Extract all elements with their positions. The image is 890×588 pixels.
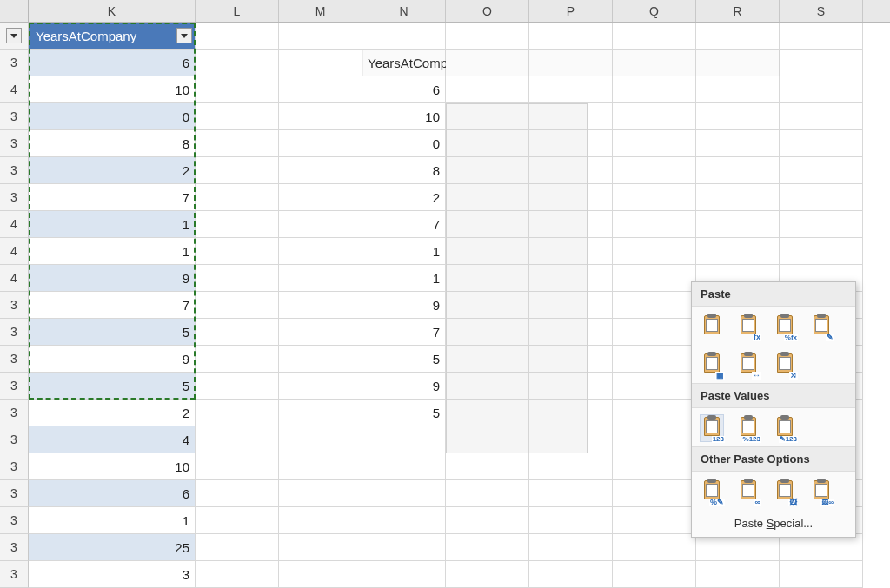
cell-M[interactable]	[279, 453, 362, 480]
cell-L[interactable]	[196, 480, 279, 507]
cell-S[interactable]	[780, 130, 863, 157]
cell-P[interactable]	[529, 400, 613, 426]
cell-M[interactable]	[279, 507, 362, 534]
column-header-O[interactable]: O	[446, 0, 529, 22]
cell-L[interactable]	[196, 346, 279, 373]
cell-L[interactable]	[196, 453, 279, 480]
select-all-corner[interactable]	[0, 0, 29, 22]
cell-R[interactable]	[696, 76, 780, 103]
cell-Q[interactable]	[613, 346, 696, 373]
cell-Q[interactable]	[613, 426, 696, 453]
paste-options-menu[interactable]: Paste fx%fx✎ ▦↔⤭ Paste Values 123%123✎12…	[691, 281, 856, 538]
filter-button-yearsatcompany[interactable]	[176, 28, 192, 43]
column-header-R[interactable]: R	[696, 0, 780, 22]
cell-R[interactable]	[696, 534, 780, 561]
cell-P[interactable]	[529, 319, 613, 346]
paste-values-icon[interactable]: 123	[701, 415, 723, 441]
row-header[interactable]: 3	[0, 184, 29, 211]
cell-N[interactable]: 2	[362, 184, 446, 211]
cell-R[interactable]	[696, 211, 780, 238]
cell-Q[interactable]	[613, 103, 696, 130]
cell-R[interactable]	[696, 23, 780, 50]
cell-M[interactable]	[279, 373, 362, 400]
cell-P[interactable]	[529, 426, 613, 453]
paste-transpose-icon[interactable]: ⤭	[774, 352, 796, 378]
cell-P[interactable]	[529, 480, 613, 507]
cell-R[interactable]	[696, 184, 780, 211]
cell-Q[interactable]	[613, 76, 696, 103]
cell-S[interactable]	[780, 157, 863, 184]
cell-O[interactable]	[446, 426, 529, 453]
cell-O[interactable]	[446, 103, 529, 130]
cell-M[interactable]	[279, 292, 362, 319]
cell-L[interactable]	[196, 426, 279, 453]
paste-picture-icon[interactable]: 🖼	[774, 479, 796, 505]
cell-k[interactable]: 7	[29, 184, 196, 211]
cell-k[interactable]: 9	[29, 346, 196, 373]
cell-N[interactable]: YearsAtCompany	[362, 50, 446, 76]
cell-L[interactable]	[196, 157, 279, 184]
cell-N[interactable]: 6	[362, 76, 446, 103]
cell-Q[interactable]	[613, 480, 696, 507]
cell-M[interactable]	[279, 426, 362, 453]
cell-N[interactable]: 5	[362, 346, 446, 373]
cell-S[interactable]	[780, 561, 863, 588]
cell-L[interactable]	[196, 76, 279, 103]
cell-k[interactable]: 0	[29, 103, 196, 130]
cell-k[interactable]: 2	[29, 157, 196, 184]
row-header[interactable]: 4	[0, 238, 29, 265]
cell-Q[interactable]	[613, 292, 696, 319]
cell-Q[interactable]	[613, 265, 696, 292]
cell-R[interactable]	[696, 157, 780, 184]
cell-k[interactable]: 7	[29, 292, 196, 319]
cell-N[interactable]: 7	[362, 211, 446, 238]
cell-L[interactable]	[196, 211, 279, 238]
cell-S[interactable]	[780, 76, 863, 103]
paste-linked-picture-icon[interactable]: 🖼∞	[810, 479, 833, 505]
cell-O[interactable]	[446, 211, 529, 238]
cell-M[interactable]	[279, 130, 362, 157]
cell-L[interactable]	[196, 130, 279, 157]
cell-N[interactable]	[362, 426, 446, 453]
cell-L[interactable]	[196, 400, 279, 426]
cell-S[interactable]	[780, 50, 863, 76]
cell-L[interactable]	[196, 23, 279, 50]
cell-O[interactable]	[446, 507, 529, 534]
cell-L[interactable]	[196, 373, 279, 400]
cell-k[interactable]: 2	[29, 400, 196, 426]
cell-M[interactable]	[279, 50, 362, 76]
cell-S[interactable]	[780, 534, 863, 561]
filter-button-prev-col[interactable]	[6, 28, 22, 43]
row-header[interactable]: 3	[0, 319, 29, 346]
cell-k[interactable]: 9	[29, 265, 196, 292]
cell-P[interactable]	[529, 507, 613, 534]
cell-P[interactable]	[529, 265, 613, 292]
cell-Q[interactable]	[613, 534, 696, 561]
cell-N[interactable]	[362, 480, 446, 507]
cell-M[interactable]	[279, 184, 362, 211]
cell-N[interactable]: 1	[362, 265, 446, 292]
cell-M[interactable]	[279, 211, 362, 238]
cell-N[interactable]: 10	[362, 103, 446, 130]
row-header[interactable]: 4	[0, 265, 29, 292]
cell-O[interactable]	[446, 400, 529, 426]
cell-Q[interactable]	[613, 238, 696, 265]
cell-Q[interactable]	[613, 23, 696, 50]
cell-O[interactable]	[446, 453, 529, 480]
row-header[interactable]: 3	[0, 480, 29, 507]
cell-L[interactable]	[196, 184, 279, 211]
cell-Q[interactable]	[613, 561, 696, 588]
cell-O[interactable]	[446, 373, 529, 400]
cell-Q[interactable]	[613, 157, 696, 184]
cell-P[interactable]	[529, 292, 613, 319]
cell-k[interactable]: 3	[29, 561, 196, 588]
paste-values-source-icon[interactable]: ✎123	[774, 415, 796, 441]
paste-formatting-icon[interactable]: %✎	[701, 479, 723, 505]
cell-O[interactable]	[446, 265, 529, 292]
cell-S[interactable]	[780, 23, 863, 50]
row-header[interactable]: 3	[0, 507, 29, 534]
column-header-L[interactable]: L	[196, 0, 279, 22]
cell-R[interactable]	[696, 561, 780, 588]
cell-L[interactable]	[196, 238, 279, 265]
cell-P[interactable]	[529, 561, 613, 588]
